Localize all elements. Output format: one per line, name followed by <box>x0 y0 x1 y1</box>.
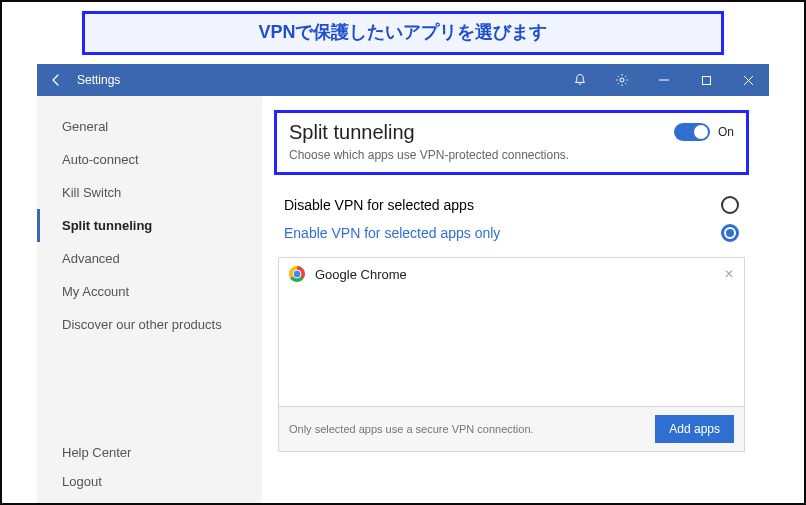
window-controls <box>559 64 769 96</box>
split-tunneling-header: Split tunneling Choose which apps use VP… <box>274 110 749 175</box>
minimize-button[interactable] <box>643 64 685 96</box>
main-panel: Split tunneling Choose which apps use VP… <box>262 96 769 505</box>
toggle-label: On <box>718 125 734 139</box>
maximize-icon <box>701 75 712 86</box>
radio-icon <box>721 196 739 214</box>
radio-disable-vpn[interactable]: Disable VPN for selected apps <box>280 191 743 219</box>
radio-icon <box>721 224 739 242</box>
sidebar-item-label: My Account <box>62 284 129 299</box>
split-tunneling-toggle[interactable]: On <box>674 123 734 141</box>
sidebar-item-label: Advanced <box>62 251 120 266</box>
svg-rect-2 <box>702 76 710 84</box>
sidebar-item-label: Split tunneling <box>62 218 152 233</box>
sidebar-item-label: General <box>62 119 108 134</box>
radio-label: Enable VPN for selected apps only <box>284 225 500 241</box>
sidebar-item-advanced[interactable]: Advanced <box>37 242 262 275</box>
annotation-callout: VPNで保護したいアプリを選びます <box>82 11 724 55</box>
sidebar-item-auto-connect[interactable]: Auto-connect <box>37 143 262 176</box>
selected-apps-box: Google Chrome ✕ Only selected apps use a… <box>278 257 745 452</box>
radio-label: Disable VPN for selected apps <box>284 197 474 213</box>
minimize-icon <box>658 74 670 86</box>
sidebar-item-help-center[interactable]: Help Center <box>37 438 262 467</box>
sidebar-item-kill-switch[interactable]: Kill Switch <box>37 176 262 209</box>
footer-note: Only selected apps use a secure VPN conn… <box>289 423 534 435</box>
sidebar-item-label: Help Center <box>62 445 131 460</box>
close-button[interactable] <box>727 64 769 96</box>
page-subtitle: Choose which apps use VPN-protected conn… <box>289 148 569 162</box>
page-title: Split tunneling <box>289 121 569 144</box>
app-name: Google Chrome <box>315 267 724 282</box>
sidebar-item-discover[interactable]: Discover our other products <box>37 308 262 341</box>
toggle-switch-icon <box>674 123 710 141</box>
sidebar-item-label: Auto-connect <box>62 152 139 167</box>
settings-button[interactable] <box>601 64 643 96</box>
mode-radio-group: Disable VPN for selected apps Enable VPN… <box>280 191 743 247</box>
app-row: Google Chrome ✕ <box>279 258 744 290</box>
bell-icon <box>573 73 587 87</box>
titlebar: Settings <box>37 64 769 96</box>
app-body: General Auto-connect Kill Switch Split t… <box>37 96 769 505</box>
sidebar-item-label: Discover our other products <box>62 317 222 332</box>
close-icon <box>743 75 754 86</box>
arrow-left-icon <box>49 73 63 87</box>
apps-list: Google Chrome ✕ <box>279 258 744 406</box>
sidebar-item-general[interactable]: General <box>37 110 262 143</box>
chrome-icon <box>289 266 305 282</box>
sidebar-item-my-account[interactable]: My Account <box>37 275 262 308</box>
add-apps-button[interactable]: Add apps <box>655 415 734 443</box>
back-button[interactable] <box>49 73 63 87</box>
remove-app-button[interactable]: ✕ <box>724 267 734 281</box>
sidebar-item-label: Kill Switch <box>62 185 121 200</box>
window-title: Settings <box>77 73 559 87</box>
radio-enable-vpn-only[interactable]: Enable VPN for selected apps only <box>280 219 743 247</box>
apps-footer: Only selected apps use a secure VPN conn… <box>279 406 744 451</box>
sidebar-bottom: Help Center Logout <box>37 438 262 496</box>
sidebar-item-label: Logout <box>62 474 102 489</box>
sidebar-item-logout[interactable]: Logout <box>37 467 262 496</box>
header-text: Split tunneling Choose which apps use VP… <box>289 121 569 162</box>
maximize-button[interactable] <box>685 64 727 96</box>
gear-icon <box>615 73 629 87</box>
app-window: VPNで保護したいアプリを選びます Settings <box>0 0 806 505</box>
sidebar-nav: General Auto-connect Kill Switch Split t… <box>37 110 262 341</box>
notifications-button[interactable] <box>559 64 601 96</box>
sidebar: General Auto-connect Kill Switch Split t… <box>37 96 262 505</box>
svg-point-0 <box>620 78 624 82</box>
annotation-text: VPNで保護したいアプリを選びます <box>258 22 547 42</box>
sidebar-item-split-tunneling[interactable]: Split tunneling <box>37 209 262 242</box>
